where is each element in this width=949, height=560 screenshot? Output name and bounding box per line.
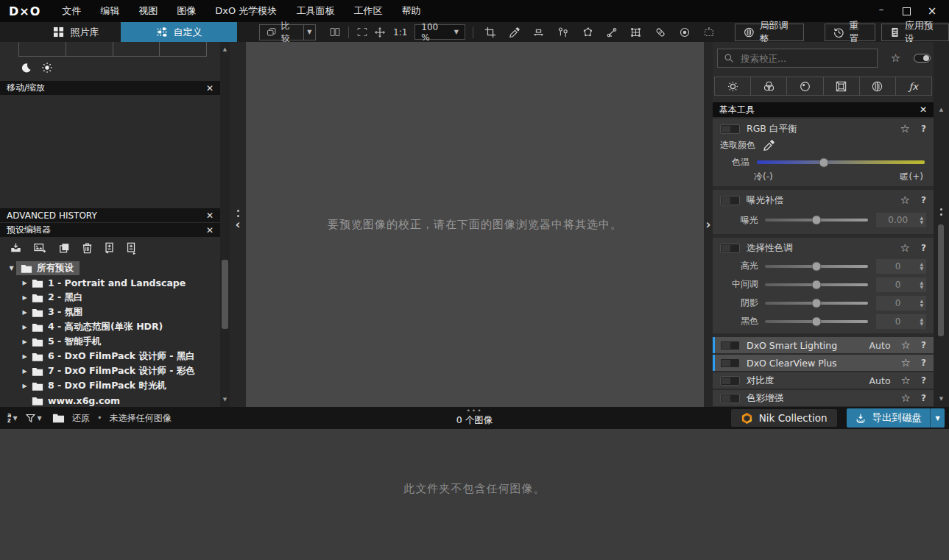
spinner-arrows-icon[interactable]: ▲▼ <box>920 262 926 271</box>
spinner-arrows-icon[interactable]: ▲▼ <box>920 299 926 308</box>
preset-folder[interactable]: ▶ 3 - 氛围 <box>0 305 220 319</box>
slider-thumb[interactable] <box>812 216 822 225</box>
right-panel-scrollbar[interactable]: ▲ ▼ <box>934 42 949 407</box>
menu-view[interactable]: 视图 <box>129 0 167 22</box>
preset-editor-palette-header[interactable]: 预设编辑器 ✕ <box>0 223 220 237</box>
search-corrections-box[interactable] <box>717 49 878 68</box>
help-icon[interactable]: ? <box>921 393 926 403</box>
preset-folder[interactable]: ▶ 6 - DxO FilmPack 设计师 - 黑白 <box>0 349 220 364</box>
selected-preset-folder[interactable]: 所有预设 <box>16 261 80 275</box>
preset-folder[interactable]: ▶ 7 - DxO FilmPack 设计师 - 彩色 <box>0 364 220 378</box>
help-icon[interactable]: ? <box>921 124 926 134</box>
menu-edit[interactable]: 编辑 <box>91 0 129 22</box>
apply-preset-button[interactable]: 应用预设 <box>881 24 949 41</box>
slider-thumb[interactable] <box>819 157 829 167</box>
help-icon[interactable]: ? <box>921 243 926 253</box>
eyedropper-tool[interactable] <box>505 24 524 40</box>
splitter-handle[interactable] <box>230 210 246 217</box>
shadows-value-spinner[interactable]: 0 ▲▼ <box>876 296 926 311</box>
expand-icon[interactable]: ▶ <box>20 339 29 345</box>
expand-icon[interactable]: ▶ <box>20 309 29 316</box>
slider-thumb[interactable] <box>812 316 822 326</box>
collapse-left-panel-icon[interactable]: ‹ <box>230 217 246 232</box>
color-enhance-row[interactable]: 色彩增强 ☆ ? <box>713 390 934 406</box>
side-by-side-icon[interactable] <box>326 24 344 40</box>
scroll-up-icon[interactable]: ▲ <box>934 107 949 113</box>
midtones-slider[interactable] <box>765 283 868 286</box>
white-balance-checkbox[interactable] <box>720 124 740 134</box>
tab-fx[interactable]: ƒx <box>896 77 932 96</box>
preset-folder[interactable]: ▶ 1 - Portrait and Landscape <box>0 275 220 290</box>
favorite-star-icon[interactable]: ☆ <box>900 122 910 135</box>
selective-tone-checkbox[interactable] <box>720 244 740 253</box>
tab-detail[interactable] <box>787 77 823 96</box>
preset-folder[interactable]: ▶ 2 - 黑白 <box>0 290 220 305</box>
scroll-down-icon[interactable]: ▼ <box>220 397 230 403</box>
export-to-disk-button[interactable]: 导出到磁盘 ▼ <box>847 408 945 428</box>
blacks-slider[interactable] <box>765 320 868 323</box>
spinner-arrows-icon[interactable]: ▲▼ <box>920 317 926 326</box>
tab-light[interactable] <box>714 77 751 96</box>
left-panel-splitter[interactable]: ‹ <box>230 42 246 407</box>
apply-preset-file-icon[interactable] <box>104 242 115 255</box>
favorite-star-icon[interactable]: ☆ <box>900 194 910 207</box>
local-adjustments-button[interactable]: 局部调整 <box>735 24 804 41</box>
preset-folder[interactable]: ▶ 4 - 高动态范围(单张 HDR) <box>0 319 220 334</box>
favorite-star-icon[interactable]: ☆ <box>901 356 911 369</box>
advanced-history-palette-header[interactable]: ADVANCED HISTORY ✕ <box>0 208 220 222</box>
preset-folder[interactable]: www.x6g.com <box>0 393 220 407</box>
color-picker-icon[interactable] <box>763 139 775 152</box>
zoom-1to1-button[interactable]: 1:1 <box>389 27 412 38</box>
contrast-row[interactable]: 对比度 Auto ☆ ? <box>713 372 934 389</box>
red-eye-tool[interactable] <box>675 24 694 40</box>
duplicate-preset-icon[interactable] <box>58 242 71 254</box>
tab-customize[interactable]: 自定义 <box>121 22 237 42</box>
smart-lighting-checkbox[interactable] <box>720 341 740 350</box>
exposure-value-spinner[interactable]: 0.00 ▲▼ <box>876 213 926 227</box>
active-corrections-toggle[interactable] <box>914 54 931 63</box>
preset-folder[interactable]: ▶ 5 - 智能手机 <box>0 334 220 349</box>
zoom-level-dropdown[interactable]: 100 % ▼ <box>414 24 465 40</box>
collapse-right-panel-icon[interactable]: › <box>704 217 713 232</box>
basic-tools-header[interactable]: 基本工具 ✕ <box>713 102 934 117</box>
expand-icon[interactable]: ▶ <box>20 353 29 360</box>
tab-photo-library[interactable]: 照片库 <box>32 22 121 42</box>
blacks-value-spinner[interactable]: 0 ▲▼ <box>876 314 926 329</box>
left-panel-scrollbar[interactable]: ▲ ▼ <box>220 42 230 407</box>
contrast-checkbox[interactable] <box>720 376 740 386</box>
favorite-star-icon[interactable]: ☆ <box>901 391 911 405</box>
preset-folder-all[interactable]: ▼ 所有预设 <box>0 260 220 275</box>
minimize-button[interactable]: – <box>876 6 886 16</box>
help-icon[interactable]: ? <box>921 358 926 368</box>
import-preset-icon[interactable] <box>10 242 22 254</box>
temperature-slider[interactable] <box>757 160 925 164</box>
move-zoom-palette-header[interactable]: 移动/缩放 ✕ <box>0 81 220 95</box>
help-icon[interactable]: ? <box>921 195 926 205</box>
tab-geometry[interactable] <box>824 77 860 96</box>
polygon-tool[interactable] <box>578 24 597 40</box>
exposure-slider[interactable] <box>765 219 868 221</box>
export-preset-file-icon[interactable] <box>126 242 137 255</box>
menu-dxo-optics-modules[interactable]: DxO 光学模块 <box>205 0 286 22</box>
preset-folder[interactable]: ▶ 8 - DxO FilmPack 时光机 <box>0 378 220 393</box>
tab-color[interactable] <box>751 77 787 96</box>
help-icon[interactable]: ? <box>921 375 926 386</box>
perspective-grid-tool[interactable] <box>627 24 646 40</box>
crop-tool[interactable] <box>481 24 500 40</box>
control-line-tool[interactable] <box>602 24 621 40</box>
maximize-button[interactable] <box>903 7 911 15</box>
search-input[interactable] <box>739 52 857 65</box>
help-icon[interactable]: ? <box>921 340 926 350</box>
shadow-clipping-icon[interactable] <box>21 63 32 74</box>
expand-icon[interactable]: ▶ <box>20 383 29 389</box>
auto-mask-tool[interactable] <box>699 24 719 40</box>
horizon-tool[interactable] <box>529 24 548 40</box>
fit-screen-icon[interactable] <box>353 24 371 40</box>
menu-tool-panel[interactable]: 工具面板 <box>286 0 344 22</box>
delete-preset-icon[interactable] <box>82 242 93 254</box>
expand-icon[interactable]: ▶ <box>20 324 29 330</box>
close-icon[interactable]: ✕ <box>920 104 927 115</box>
favorites-filter-icon[interactable]: ☆ <box>891 52 900 65</box>
scroll-down-icon[interactable]: ▼ <box>934 396 949 402</box>
close-icon[interactable]: ✕ <box>206 210 214 221</box>
